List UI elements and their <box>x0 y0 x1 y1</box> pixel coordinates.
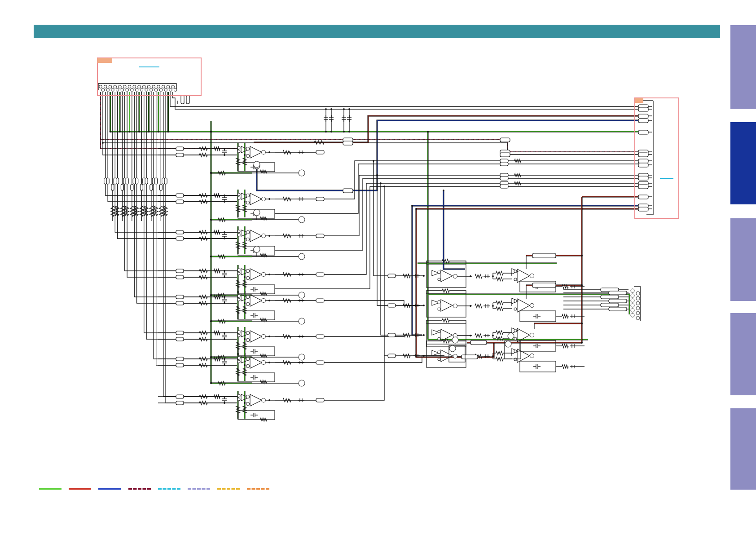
legend-item-solid-0 <box>39 488 62 490</box>
connectors <box>97 58 679 320</box>
legend-item-dashed-4 <box>158 488 180 490</box>
legend-item-solid-1 <box>69 488 91 490</box>
legend-item-dashed-3 <box>128 488 151 490</box>
callout-tab-icon <box>635 98 643 103</box>
output-connector <box>631 289 640 320</box>
components <box>102 95 648 421</box>
legend-item-solid-2 <box>98 488 121 490</box>
component-callout-left[interactable] <box>97 58 201 96</box>
legend-item-dashed-5 <box>188 488 210 490</box>
wiring-diagram <box>0 0 756 535</box>
component-callout-right[interactable] <box>635 98 679 218</box>
page <box>0 0 756 535</box>
legend-item-dashed-6 <box>217 488 240 490</box>
callout-tab-icon <box>97 58 112 63</box>
colored-bus-wires <box>101 92 638 419</box>
legend-item-dashed-7 <box>247 488 269 490</box>
